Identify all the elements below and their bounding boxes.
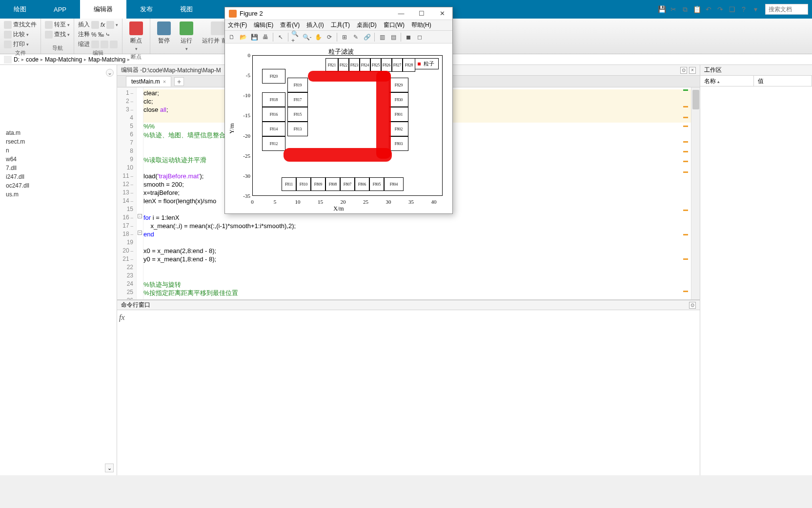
panel-menu-icon[interactable]: ⌄ [106,69,114,77]
file-item[interactable]: ata.m [0,128,117,137]
undock-icon[interactable]: ◻ [415,32,425,42]
ribbon-tab-editor[interactable]: 编辑器 [80,0,126,19]
run-button[interactable]: 运行▾ [177,21,196,52]
bc-folder-2[interactable]: Map-Matching [45,56,82,63]
bc-folder-3[interactable]: Map-Matching [88,56,125,63]
open-figure-icon[interactable]: 📂 [238,32,248,42]
add-tab-button[interactable]: + [174,77,184,86]
switch-windows-icon[interactable]: ❏ [727,4,737,14]
file-item[interactable]: oc247.dll [0,181,117,190]
code-line[interactable]: x_mean(:,i) = mean(x(:,(i-1)*smooth+1:i*… [143,222,691,231]
file-item[interactable]: us.m [0,190,117,199]
insert-legend-icon[interactable]: ▤ [388,32,398,42]
cut-icon[interactable]: ✂ [669,4,678,14]
code-line[interactable] [143,239,691,247]
code-line[interactable] [143,297,691,299]
pause-button[interactable]: 暂停 [154,21,174,46]
legend[interactable]: 粒子 [413,58,439,69]
code-line[interactable]: y0 = x_mean(1,8:end - 8); [143,255,691,264]
ws-col-value[interactable]: 值 [754,76,812,86]
details-expand-icon[interactable]: ⌄ [105,464,114,472]
rotate3d-icon[interactable]: ⟳ [325,32,334,42]
dock-icon[interactable]: ◼ [404,32,413,42]
comment-button[interactable]: 注释 % ‰ ⤷ [78,30,118,39]
bc-folder-1[interactable]: code [26,56,39,63]
paste-icon[interactable]: 📋 [692,4,702,14]
close-panel-icon[interactable]: × [689,67,696,74]
undo-icon[interactable]: ↶ [704,4,713,14]
maximize-window-icon[interactable]: ☐ [415,9,428,18]
insert-colorbar-icon[interactable]: ▥ [377,32,387,42]
indent-button[interactable]: 缩进 [78,40,118,48]
indent-right-icon[interactable] [101,41,108,48]
code-line[interactable] [143,272,691,280]
compare-button[interactable]: 比较▾ [4,30,37,39]
minimize-window-icon[interactable]: — [395,9,407,18]
brush-icon[interactable]: ✎ [351,32,361,42]
editor-tab[interactable]: testMain.m × [126,76,171,86]
fx-prompt-icon[interactable]: fx [117,310,128,475]
cmd-menu-icon[interactable]: ⊙ [689,302,696,309]
command-input[interactable] [128,310,700,475]
code-line[interactable]: end [143,231,691,239]
save-icon[interactable]: 💾 [657,4,667,14]
ribbon-tab-publish[interactable]: 发布 [126,0,166,19]
datatip-icon[interactable]: ⊞ [340,32,349,42]
link-icon[interactable]: 🔗 [362,32,372,42]
file-item[interactable]: rsect.m [0,137,117,146]
file-item[interactable]: n [0,146,117,155]
scroll-thumb[interactable] [692,90,699,109]
code-line[interactable]: for i = 1:lenX [143,214,691,222]
help-dropdown-icon[interactable]: ▾ [751,4,760,14]
new-figure-icon[interactable]: 🗋 [227,32,237,42]
minimize-panel-icon[interactable]: ⊙ [680,67,687,74]
figure-titlebar[interactable]: Figure 2 — ☐ ✕ [225,7,452,20]
print-button[interactable]: 打印▾ [4,40,37,48]
redo-icon[interactable]: ↷ [715,4,725,14]
ribbon-tab-plot[interactable]: 绘图 [0,0,40,19]
figure-menu-item[interactable]: 文件(F) [228,21,247,29]
fold-toggle[interactable]: - [138,214,142,218]
save-figure-icon[interactable]: 💾 [249,32,259,42]
copy-icon[interactable]: ⧉ [680,4,690,14]
pan-icon[interactable]: ✋ [313,32,323,42]
insert-section-icon[interactable] [91,21,99,29]
figure-menu-item[interactable]: 编辑(E) [254,21,273,29]
goto-button[interactable]: 转至▾ [45,21,70,29]
ws-col-name[interactable]: 名称 [700,76,754,86]
bc-drive[interactable]: D: [14,56,20,63]
ribbon-tab-view[interactable]: 视图 [166,0,206,19]
editor-scrollbar[interactable] [691,87,700,299]
find-files-button[interactable]: 查找文件 [4,21,37,29]
figure-menu-item[interactable]: 插入(I) [306,21,324,29]
code-line[interactable] [143,264,691,272]
figure-menu-item[interactable]: 桌面(D) [357,21,377,29]
folder-nav-icon[interactable] [4,56,12,64]
indent-auto-icon[interactable] [110,41,118,48]
file-item[interactable]: i247.dll [0,172,117,181]
print-figure-icon[interactable]: 🖶 [261,32,270,42]
zoom-out-icon[interactable]: 🔍- [302,32,312,42]
figure-menu-item[interactable]: 窗口(W) [384,21,405,29]
breakpoint-button[interactable]: 断点▾ [126,21,146,52]
insert-misc-icon[interactable] [106,21,114,29]
find-button[interactable]: 查找▾ [45,30,70,39]
file-item[interactable]: 7.dll [0,164,117,172]
fold-toggle[interactable]: − [138,231,142,235]
pointer-tool-icon[interactable]: ↖ [276,32,285,42]
close-window-icon[interactable]: ✕ [436,9,448,18]
figure-menu-item[interactable]: 工具(T) [331,21,350,29]
ribbon-tab-app[interactable]: APP [40,0,80,19]
figure-window[interactable]: Figure 2 — ☐ ✕ 文件(F)编辑(E)查看(V)插入(I)工具(T)… [224,7,453,214]
figure-menu-item[interactable]: 帮助(H) [411,21,431,29]
indent-left-icon[interactable] [91,41,99,48]
figure-menu-item[interactable]: 查看(V) [280,21,300,29]
search-docs-input[interactable] [765,4,808,15]
file-item[interactable]: w64 [0,155,117,164]
help-icon[interactable]: ? [739,4,749,14]
close-tab-icon[interactable]: × [163,79,166,85]
zoom-in-icon[interactable]: 🔍+ [291,32,301,42]
insert-button[interactable]: 插入 fx ▾ [78,21,118,29]
code-line[interactable]: x0 = x_mean(2,8:end - 8); [143,247,691,255]
code-line[interactable]: %按指定距离距离平移到最佳位置 [143,289,691,297]
